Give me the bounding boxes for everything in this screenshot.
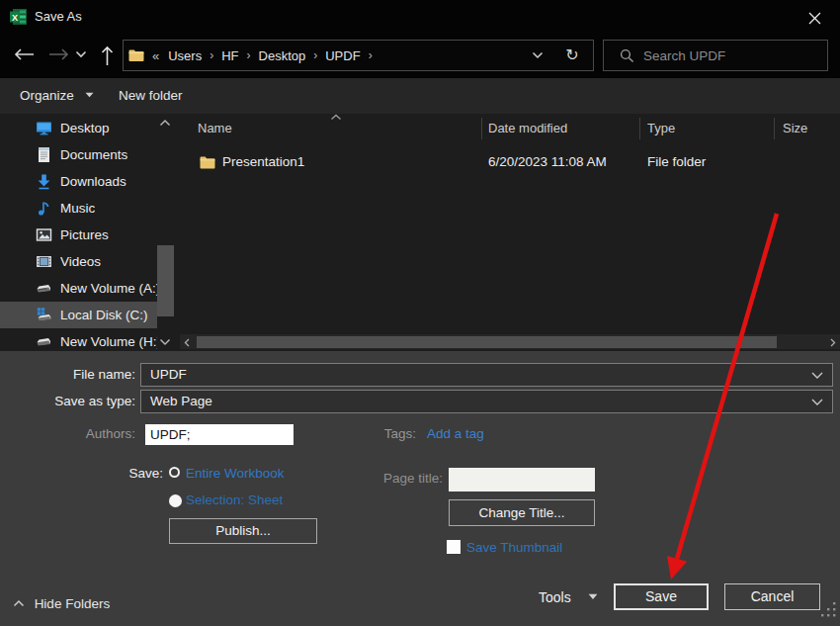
sidebar-item-label: Local Disk (C:) <box>60 308 148 322</box>
breadcrumb-item-hf[interactable]: HF <box>218 48 241 63</box>
breadcrumb-separator[interactable]: › <box>205 48 218 62</box>
file-name-value: UPDF <box>150 364 187 386</box>
search-input[interactable] <box>643 41 821 70</box>
sidebar-item-new-volume-a[interactable]: New Volume (A:) <box>0 275 157 302</box>
breadcrumb-item-users[interactable]: Users <box>165 48 205 63</box>
scroll-right-icon <box>830 338 836 347</box>
save-options-label: Save: <box>99 467 163 480</box>
breadcrumb-overflow[interactable]: « <box>144 48 165 63</box>
chevron-down-icon <box>159 338 171 346</box>
chevron-up-icon <box>159 119 171 127</box>
sidebar-item-label: Desktop <box>60 121 110 135</box>
new-folder-button[interactable]: New folder <box>119 78 183 114</box>
column-separator[interactable] <box>774 118 775 139</box>
chevron-down-icon <box>811 399 823 405</box>
radio-selection-sheet[interactable] <box>169 494 182 507</box>
excel-app-icon: X <box>10 9 27 25</box>
radio-entire-workbook[interactable] <box>169 467 180 478</box>
downloads-icon <box>36 173 52 190</box>
organize-button[interactable]: Organize <box>20 78 94 114</box>
tags-label: Tags: <box>346 423 416 444</box>
hide-folders-button[interactable]: Hide Folders <box>13 596 110 611</box>
breadcrumb-separator[interactable]: › <box>364 48 378 62</box>
drive-icon <box>36 280 52 297</box>
refresh-button[interactable]: ↻ <box>563 44 581 67</box>
save-as-type-combobox[interactable]: Web Page <box>140 390 833 413</box>
breadcrumb-item-desktop[interactable]: Desktop <box>256 48 309 63</box>
sidebar-item-pictures[interactable]: Pictures <box>0 222 157 248</box>
add-a-tag-link[interactable]: Add a tag <box>427 423 484 444</box>
sidebar-item-label: Downloads <box>60 174 126 189</box>
navigation-bar: « Users › HF › Desktop › UPDF › ↻ <box>0 33 840 78</box>
back-button[interactable] <box>10 33 38 78</box>
new-folder-label: New folder <box>119 88 183 103</box>
tools-button[interactable]: Tools <box>539 589 598 605</box>
folder-icon <box>128 48 144 62</box>
address-dropdown-button[interactable] <box>532 51 544 59</box>
organize-label: Organize <box>20 88 74 103</box>
save-thumbnail-checkbox[interactable] <box>447 540 461 554</box>
file-type: File folder <box>647 148 706 175</box>
sidebar-item-downloads[interactable]: Downloads <box>0 168 157 195</box>
save-button[interactable]: Save <box>614 583 709 610</box>
authors-input[interactable] <box>145 424 294 445</box>
breadcrumb: « Users › HF › Desktop › UPDF › <box>128 41 378 70</box>
radio-entire-workbook-label[interactable]: Entire Workbook <box>186 466 285 481</box>
recent-locations-button[interactable] <box>75 50 91 62</box>
column-header-type[interactable]: Type <box>647 115 675 141</box>
breadcrumb-item-updf[interactable]: UPDF <box>322 48 363 63</box>
chevron-up-icon <box>13 599 25 607</box>
radio-selection-sheet-label[interactable]: Selection: Sheet <box>186 492 283 507</box>
column-header-name[interactable]: Name <box>198 115 232 141</box>
resize-grip[interactable] <box>820 601 838 619</box>
up-button[interactable] <box>94 33 120 78</box>
sidebar-scroll-down[interactable] <box>159 338 171 346</box>
sidebar-item-label: New Volume (H:) <box>60 334 157 349</box>
sidebar-item-documents[interactable]: Documents <box>0 141 157 168</box>
column-header-date-modified[interactable]: Date modified <box>488 115 567 141</box>
sidebar-item-label: Music <box>60 201 95 216</box>
sidebar-item-new-volume-h[interactable]: New Volume (H:) <box>0 328 157 351</box>
dropdown-caret-icon <box>85 92 94 98</box>
chevron-down-icon <box>75 50 87 58</box>
file-name-combobox[interactable]: UPDF <box>140 363 833 387</box>
drive-icon <box>36 333 52 350</box>
videos-icon <box>36 253 52 270</box>
save-form: File name: UPDF Save as type: Web Page A… <box>0 351 840 626</box>
save-thumbnail-label[interactable]: Save Thumbnail <box>466 540 562 555</box>
svg-text:X: X <box>12 13 18 23</box>
sidebar-scrollbar-thumb[interactable] <box>157 245 174 316</box>
horizontal-scrollbar-thumb[interactable] <box>197 336 777 348</box>
system-drive-icon <box>36 307 52 323</box>
file-row-presentation1[interactable]: Presentation1 6/20/2023 11:08 AM File fo… <box>180 148 840 177</box>
sidebar-scroll-up[interactable] <box>159 119 171 127</box>
save-as-type-label: Save as type: <box>0 390 135 413</box>
sidebar-item-local-disk-c[interactable]: Local Disk (C:) <box>0 302 157 328</box>
cancel-button[interactable]: Cancel <box>724 583 820 610</box>
sidebar-item-videos[interactable]: Videos <box>0 248 157 275</box>
breadcrumb-separator[interactable]: › <box>308 48 322 62</box>
pictures-icon <box>36 226 52 243</box>
column-separator[interactable] <box>639 118 640 139</box>
forward-button[interactable] <box>44 33 72 78</box>
breadcrumb-separator[interactable]: › <box>242 48 256 62</box>
column-header-size[interactable]: Size <box>783 115 807 141</box>
publish-button[interactable]: Publish... <box>169 518 317 544</box>
page-title-input[interactable] <box>449 468 595 492</box>
close-button[interactable] <box>797 0 832 33</box>
address-bar[interactable]: « Users › HF › Desktop › UPDF › ↻ <box>123 40 594 71</box>
column-separator[interactable] <box>481 118 482 139</box>
command-toolbar: Organize New folder ? <box>0 78 840 114</box>
sidebar-item-label: New Volume (A:) <box>60 281 157 296</box>
horizontal-scrollbar[interactable] <box>180 334 840 349</box>
folder-sidebar: Desktop Documents Downloads <box>0 114 178 351</box>
page-title-label: Page title: <box>366 467 443 491</box>
documents-icon <box>36 146 52 163</box>
tools-label: Tools <box>539 589 571 605</box>
sidebar-item-desktop[interactable]: Desktop <box>0 115 157 141</box>
sidebar-item-label: Videos <box>60 254 101 269</box>
back-arrow-icon <box>14 48 35 60</box>
music-icon <box>36 200 52 217</box>
change-title-button[interactable]: Change Title... <box>449 499 595 526</box>
sidebar-item-music[interactable]: Music <box>0 195 157 222</box>
